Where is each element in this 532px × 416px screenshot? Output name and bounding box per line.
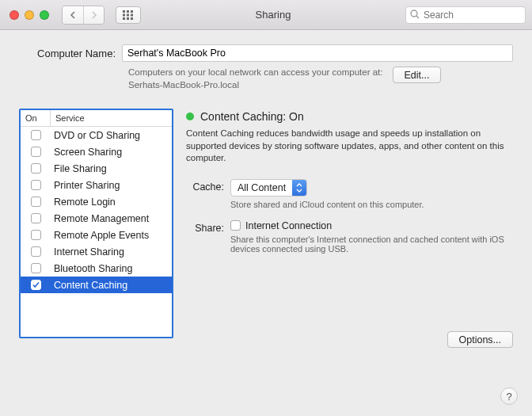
service-row[interactable]: Printer Sharing bbox=[21, 177, 172, 193]
search-field-wrap bbox=[405, 6, 526, 24]
service-checkbox[interactable] bbox=[31, 147, 41, 157]
computer-name-label: Computer Name: bbox=[19, 48, 122, 59]
svg-rect-7 bbox=[127, 17, 129, 20]
cache-select-value: All Content bbox=[231, 182, 292, 193]
service-checkbox[interactable] bbox=[31, 263, 41, 273]
svg-line-10 bbox=[416, 16, 419, 18]
svg-rect-8 bbox=[131, 17, 133, 20]
service-checkbox[interactable] bbox=[31, 213, 41, 223]
column-header-service[interactable]: Service bbox=[51, 110, 172, 126]
service-row[interactable]: Internet Sharing bbox=[21, 243, 172, 260]
service-label: Remote Apple Events bbox=[51, 230, 172, 241]
computer-name-help: Computers on your local network can acce… bbox=[128, 67, 383, 91]
svg-rect-2 bbox=[131, 10, 133, 13]
status-title: Content Caching: On bbox=[200, 110, 304, 123]
share-option-label: Internet Connection bbox=[245, 220, 332, 231]
search-icon bbox=[409, 9, 420, 20]
detail-pane: Content Caching: On Content Caching redu… bbox=[186, 109, 513, 257]
edit-button[interactable]: Edit... bbox=[393, 67, 442, 83]
column-header-on[interactable]: On bbox=[21, 110, 51, 126]
cache-help: Store shared and iCloud content on this … bbox=[230, 200, 513, 209]
service-row[interactable]: Remote Management bbox=[21, 210, 172, 227]
service-checkbox[interactable] bbox=[31, 246, 41, 257]
service-checkbox[interactable] bbox=[31, 163, 41, 174]
svg-rect-5 bbox=[131, 13, 133, 16]
forward-button[interactable] bbox=[83, 6, 104, 24]
cache-label: Cache: bbox=[186, 179, 230, 193]
window-controls bbox=[10, 10, 49, 20]
window-title: Sharing bbox=[147, 9, 399, 21]
search-input[interactable] bbox=[405, 6, 526, 24]
service-label: Internet Sharing bbox=[51, 246, 172, 258]
service-row[interactable]: Remote Login bbox=[21, 193, 172, 210]
computer-name-help-line2: Serhats-MacBook-Pro.local bbox=[128, 80, 239, 90]
service-list[interactable]: On Service DVD or CD SharingScreen Shari… bbox=[19, 109, 173, 338]
minimize-window-button[interactable] bbox=[25, 10, 34, 20]
options-button[interactable]: Options... bbox=[447, 331, 514, 348]
svg-point-9 bbox=[411, 10, 417, 17]
svg-rect-1 bbox=[127, 10, 129, 13]
share-label: Share: bbox=[186, 220, 230, 234]
service-row[interactable]: Bluetooth Sharing bbox=[21, 260, 172, 277]
service-label: Content Caching bbox=[51, 280, 172, 291]
svg-rect-4 bbox=[127, 13, 129, 16]
chevron-updown-icon bbox=[292, 180, 306, 196]
computer-name-input[interactable] bbox=[122, 44, 513, 62]
service-row[interactable]: Screen Sharing bbox=[21, 143, 172, 160]
service-checkbox[interactable] bbox=[31, 180, 41, 190]
service-label: Printer Sharing bbox=[51, 180, 172, 191]
service-checkbox[interactable] bbox=[31, 197, 41, 207]
service-description: Content Caching reduces bandwidth usage … bbox=[186, 128, 513, 165]
share-internet-checkbox[interactable] bbox=[230, 220, 241, 231]
service-row[interactable]: File Sharing bbox=[21, 160, 172, 177]
service-label: DVD or CD Sharing bbox=[51, 130, 172, 141]
help-button[interactable]: ? bbox=[500, 387, 518, 405]
service-label: File Sharing bbox=[51, 163, 172, 174]
back-button[interactable] bbox=[63, 6, 83, 24]
svg-rect-3 bbox=[123, 13, 125, 16]
nav-buttons bbox=[62, 6, 104, 25]
service-row[interactable]: DVD or CD Sharing bbox=[21, 127, 172, 143]
service-list-header: On Service bbox=[21, 110, 172, 127]
status-indicator-icon bbox=[186, 113, 194, 120]
zoom-window-button[interactable] bbox=[40, 10, 49, 20]
service-label: Remote Management bbox=[51, 213, 172, 224]
computer-name-help-line1: Computers on your local network can acce… bbox=[128, 67, 383, 77]
titlebar: Sharing bbox=[0, 0, 532, 30]
share-help: Share this computer's Internet connectio… bbox=[230, 235, 513, 254]
svg-rect-0 bbox=[123, 10, 125, 13]
service-label: Bluetooth Sharing bbox=[51, 263, 172, 274]
service-checkbox[interactable] bbox=[31, 230, 41, 240]
service-row[interactable]: Remote Apple Events bbox=[21, 227, 172, 243]
close-window-button[interactable] bbox=[10, 10, 19, 20]
svg-rect-6 bbox=[123, 17, 125, 20]
service-checkbox[interactable] bbox=[31, 130, 41, 140]
service-label: Remote Login bbox=[51, 197, 172, 208]
service-checkbox[interactable] bbox=[31, 280, 41, 290]
cache-select[interactable]: All Content bbox=[230, 179, 307, 197]
service-row[interactable]: Content Caching bbox=[21, 277, 172, 293]
show-all-button[interactable] bbox=[116, 6, 141, 24]
service-label: Screen Sharing bbox=[51, 147, 172, 158]
